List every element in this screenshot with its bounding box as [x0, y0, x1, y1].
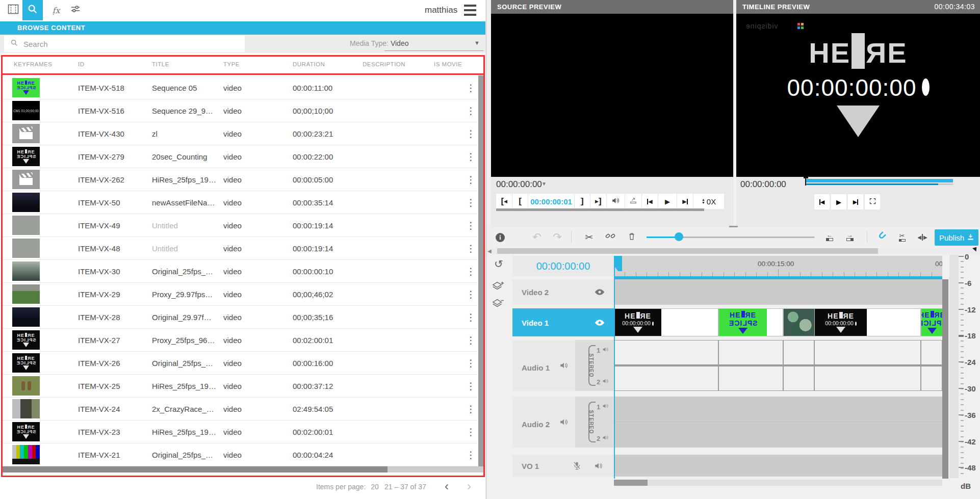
- mark-out-button[interactable]: ]: [575, 194, 590, 209]
- timeline-vertical-scrollbar[interactable]: [942, 279, 948, 479]
- track-header-video-1[interactable]: Video 1: [512, 308, 614, 336]
- track-visibility-toggle[interactable]: [595, 288, 605, 298]
- shift-clip-left-button[interactable]: ←: [823, 230, 836, 244]
- audio-clip[interactable]: [614, 366, 718, 391]
- redo-button[interactable]: ↷: [551, 230, 564, 244]
- keyframe-thumbnail[interactable]: CM1 01;00;00;00: [12, 101, 40, 120]
- track-visibility-toggle[interactable]: [595, 319, 605, 328]
- timeline-preview-video[interactable]: vidispine HEЯE 00:00:00:00: [736, 14, 980, 177]
- keyframe-thumbnail[interactable]: [12, 193, 40, 212]
- audio-clip[interactable]: [614, 340, 718, 365]
- table-row[interactable]: ITEM-VX-30Original_25fps_…video00:00:00:…: [1, 260, 477, 283]
- goto-out-button[interactable]: ▶]: [590, 194, 607, 209]
- audio-clip[interactable]: [783, 366, 814, 391]
- audio-clip[interactable]: [814, 340, 921, 365]
- table-horizontal-scrollbar[interactable]: [1, 466, 483, 472]
- row-menu-button[interactable]: ⋮: [466, 357, 476, 369]
- menu-button[interactable]: [464, 5, 476, 16]
- timeline-progress-bar[interactable]: [806, 179, 953, 182]
- timeline-ruler[interactable]: 00:00:15:0000: [614, 256, 942, 276]
- previous-page-button[interactable]: ‹: [445, 479, 449, 493]
- row-menu-button[interactable]: ⋮: [466, 128, 476, 140]
- cut-button[interactable]: ✂: [582, 230, 596, 244]
- scrollbar-thumb[interactable]: [1, 466, 388, 472]
- export-frame-button[interactable]: [625, 194, 641, 209]
- unlink-button[interactable]: [604, 230, 617, 244]
- source-preview-video[interactable]: [491, 14, 733, 177]
- next-frame-button[interactable]: ▶: [677, 194, 693, 209]
- table-row[interactable]: ITEM-VX-430zlvideo00:00:23:21⋮: [1, 122, 477, 145]
- row-menu-button[interactable]: ⋮: [466, 288, 476, 300]
- row-menu-button[interactable]: ⋮: [466, 220, 476, 231]
- previous-frame-button[interactable]: ◀: [642, 194, 658, 209]
- track-mute-toggle[interactable]: [594, 461, 603, 472]
- keyframe-thumbnail[interactable]: HEЯESPLICE: [12, 422, 40, 441]
- track-header-audio-1[interactable]: Audio 1STEREO12: [512, 340, 614, 391]
- playhead-marker[interactable]: [805, 177, 806, 186]
- track-mute-toggle[interactable]: [559, 361, 569, 372]
- next-page-button[interactable]: ›: [467, 479, 471, 493]
- table-row[interactable]: HEЯESPLICEITEM-VX-26Original_25fps_…vide…: [1, 352, 477, 375]
- goto-start-button[interactable]: ◀: [814, 194, 830, 209]
- column-header-id[interactable]: ID: [78, 61, 85, 67]
- video-clip[interactable]: HEЯE00:00:00:00: [614, 308, 718, 336]
- table-row[interactable]: ITEM-VX-242x_CrazyRace_…video02:49:54:05…: [1, 398, 477, 421]
- scrollbar-thumb[interactable]: [614, 480, 648, 486]
- keyframe-thumbnail[interactable]: [12, 216, 40, 235]
- fullscreen-button[interactable]: [865, 194, 880, 209]
- search-input[interactable]: Search: [4, 36, 245, 52]
- timeline-horizontal-scrollbar[interactable]: [614, 480, 942, 486]
- row-menu-button[interactable]: ⋮: [466, 266, 476, 277]
- volume-button[interactable]: [607, 194, 625, 209]
- add-track-button[interactable]: [492, 280, 504, 294]
- audio-clip[interactable]: [921, 366, 942, 391]
- table-row[interactable]: HEЯESPLICEITEM-VX-518Sequence 05video00:…: [1, 76, 477, 99]
- effects-tab-button[interactable]: f̣x: [46, 0, 66, 20]
- keyframe-thumbnail[interactable]: [12, 124, 40, 143]
- table-row[interactable]: HEЯESPLICEITEM-VX-23HiRes_25fps_19…video…: [1, 421, 477, 443]
- settings-tab-button[interactable]: [65, 0, 86, 20]
- keyframe-thumbnail[interactable]: [12, 445, 40, 464]
- keyframe-thumbnail[interactable]: HEЯESPLICE: [12, 147, 40, 166]
- vo-record-toggle[interactable]: [573, 461, 581, 472]
- playback-speed-control[interactable]: ▲▼ 0X: [693, 194, 724, 209]
- keyframe-thumbnail[interactable]: [12, 239, 40, 258]
- source-timecode[interactable]: 00:00:00:00: [496, 179, 542, 190]
- video-clip[interactable]: HEЯESPLICE: [921, 308, 942, 336]
- user-name[interactable]: matthias: [425, 5, 457, 15]
- row-menu-button[interactable]: ⋮: [466, 82, 476, 94]
- column-header-title[interactable]: TITLE: [152, 61, 169, 67]
- column-header-duration[interactable]: DURATION: [293, 61, 325, 67]
- zoom-slider-knob[interactable]: [675, 232, 683, 241]
- library-tab-button[interactable]: [3, 0, 23, 20]
- undo-button[interactable]: ↶: [530, 230, 544, 244]
- table-row[interactable]: ITEM-VX-29Proxy_29.97fps…video00;00;46;0…: [1, 283, 477, 306]
- table-row[interactable]: ITEM-VX-25HiRes_25fps_19…video00:00:37:1…: [1, 375, 477, 398]
- column-header-keyframes[interactable]: KEYFRAMES: [14, 61, 52, 67]
- audio-clip[interactable]: [921, 340, 942, 365]
- row-menu-button[interactable]: ⋮: [466, 426, 476, 438]
- keyframe-thumbnail[interactable]: [12, 376, 40, 396]
- row-menu-button[interactable]: ⋮: [466, 311, 476, 323]
- keyframe-thumbnail[interactable]: [12, 399, 40, 418]
- track-header-vo-1[interactable]: VO 1: [512, 455, 614, 477]
- row-menu-button[interactable]: ⋮: [466, 449, 476, 461]
- track-lane-vo-1[interactable]: [614, 455, 942, 477]
- channel-1[interactable]: 1: [597, 403, 609, 411]
- play-button[interactable]: ▶: [658, 194, 677, 209]
- table-row[interactable]: ITEM-VX-262HiRes_25fps_19…video00:00:05:…: [1, 168, 477, 191]
- track-header-audio-2[interactable]: Audio 2STEREO12: [512, 397, 614, 448]
- table-row[interactable]: CM1 01;00;00;00ITEM-VX-516Sequence 29_9……: [1, 99, 477, 122]
- row-menu-button[interactable]: ⋮: [466, 151, 476, 163]
- row-menu-button[interactable]: ⋮: [466, 105, 476, 117]
- table-row[interactable]: ITEM-VX-50newAssetFileNa…video00:00:35:1…: [1, 191, 477, 214]
- scrollbar-thumb[interactable]: [497, 248, 878, 254]
- table-row[interactable]: HEЯESPLICEITEM-VX-27Proxy_25fps_96…video…: [1, 329, 477, 352]
- reset-zoom-button[interactable]: ↺: [494, 258, 503, 270]
- table-row[interactable]: ITEM-VX-49Untitledvideo00:00:19:14⋮: [1, 214, 477, 237]
- keyframe-thumbnail[interactable]: HEЯESPLICE: [12, 353, 40, 373]
- razor-tool-button[interactable]: ✂: [895, 230, 909, 244]
- row-menu-button[interactable]: ⋮: [466, 243, 476, 254]
- delete-button[interactable]: [625, 230, 638, 244]
- shift-clip-right-button[interactable]: →: [843, 230, 857, 244]
